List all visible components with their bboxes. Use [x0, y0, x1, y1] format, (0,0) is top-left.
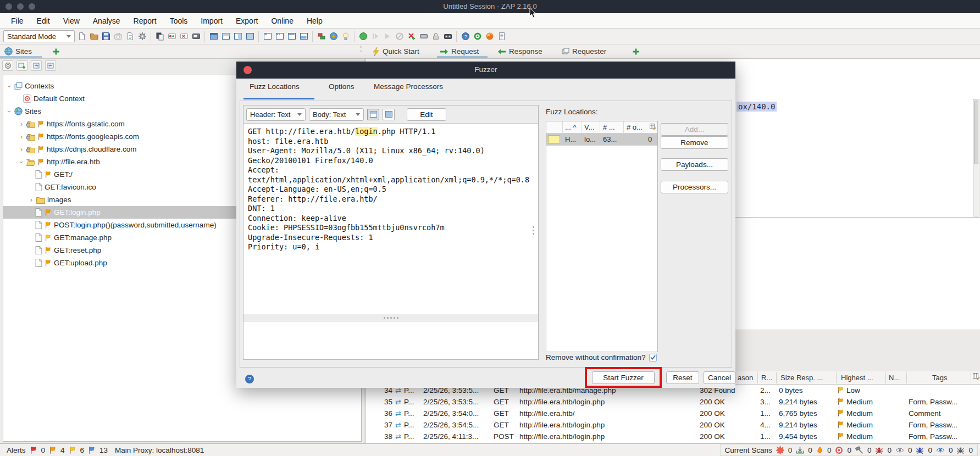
red-flag-icon[interactable] [30, 446, 37, 454]
menu-export[interactable]: Export [230, 15, 263, 27]
open-session-icon[interactable] [88, 31, 99, 42]
attack-hammer-icon[interactable] [855, 446, 863, 454]
checkbox-checked-icon[interactable] [649, 354, 657, 362]
start-fuzzer-button[interactable]: Start Fuzzer [592, 371, 655, 384]
col-tags[interactable]: Tags [932, 374, 947, 382]
tab-response[interactable]: Response [497, 45, 542, 58]
spider-target-icon[interactable] [835, 446, 843, 454]
scrollbar[interactable] [973, 99, 979, 216]
history-row[interactable]: 36⇄P...2/25/26, 3:54:0...GEThttp://file.… [366, 408, 980, 420]
hud-lightbulb-icon[interactable] [340, 31, 351, 42]
record-icon[interactable] [358, 31, 368, 42]
spider-gray-icon[interactable] [956, 446, 965, 454]
tab-options[interactable]: Options [329, 82, 355, 91]
blue-flag-icon[interactable] [88, 446, 96, 454]
dialog-titlebar[interactable]: Fuzzer [236, 62, 735, 79]
target-filter-icon[interactable] [2, 60, 13, 71]
session-properties-icon[interactable] [125, 31, 135, 42]
add-tab-button[interactable] [632, 45, 640, 58]
history-row[interactable]: 37⇄P...2/25/26, 3:54:5...GEThttp://file.… [366, 420, 980, 431]
tab-names-icon[interactable] [262, 31, 273, 42]
layout-split-side-icon[interactable] [232, 31, 243, 42]
step-icon[interactable] [370, 31, 380, 42]
new-session-icon[interactable] [76, 31, 87, 42]
layout-maximized-icon[interactable] [208, 31, 219, 42]
tab-pinned-icon[interactable] [286, 31, 297, 42]
client-eye-icon[interactable] [936, 447, 945, 453]
menu-view[interactable]: View [58, 15, 85, 27]
menu-report[interactable]: Report [128, 15, 162, 27]
fuzz-location-row[interactable]: H... lo... 63... 0 [546, 134, 657, 146]
expander-icon[interactable]: › [5, 109, 13, 114]
mode-select[interactable]: Standard Mode [3, 30, 75, 42]
col-rtt[interactable]: R... [761, 374, 772, 382]
history-row[interactable]: 35⇄P...2/25/26, 3:53:5...GEThttp://file.… [366, 397, 980, 408]
expander-icon[interactable]: › [19, 146, 24, 153]
combined-view-icon[interactable] [383, 109, 395, 120]
export-context-icon[interactable] [45, 60, 56, 71]
breakpoint-add-icon[interactable] [167, 31, 177, 42]
menu-analyse[interactable]: Analyse [87, 15, 126, 27]
breakpoint-remove-icon[interactable] [179, 31, 189, 42]
header-view-select[interactable]: Header: Text [246, 108, 306, 121]
menu-tools[interactable]: Tools [164, 15, 193, 27]
options-gear-icon[interactable] [137, 31, 147, 42]
menu-help[interactable]: Help [301, 15, 328, 27]
request-editor[interactable]: GET http://file.era.htb/login.php HTTP/1… [243, 124, 538, 314]
edit-button[interactable]: Edit [407, 108, 446, 121]
encoder-icon[interactable] [418, 31, 429, 42]
editor-splitter[interactable] [243, 314, 538, 321]
firefox-browser-icon[interactable] [484, 31, 495, 42]
scrollbar-thumb[interactable] [974, 101, 978, 164]
import-tray-icon[interactable] [796, 446, 804, 454]
save-session-icon[interactable] [101, 31, 111, 42]
active-scan-icon[interactable] [776, 446, 784, 454]
notes-icon[interactable] [496, 31, 507, 42]
processors-button[interactable]: Processors... [661, 181, 728, 193]
tab-quick-start[interactable]: Quick Start [373, 45, 419, 58]
reset-button[interactable]: Reset [666, 371, 699, 384]
menu-file[interactable]: File [5, 15, 29, 27]
help-icon[interactable]: ? [245, 375, 254, 383]
request-body-editor[interactable] [243, 321, 538, 359]
split-view-icon[interactable] [367, 109, 379, 120]
tab-requester[interactable]: Requester [562, 45, 606, 58]
col-location[interactable]: ... ^ [565, 123, 577, 131]
col-size[interactable]: Size Resp. ... [780, 374, 823, 382]
new-context-icon[interactable] [16, 60, 27, 71]
import-context-icon[interactable] [31, 60, 42, 71]
col-processors[interactable]: # o... [627, 123, 643, 131]
add-button[interactable]: Add... [661, 123, 728, 136]
tab-icons-icon[interactable] [274, 31, 285, 42]
tab-message-processors[interactable]: Message Processors [374, 82, 443, 91]
break-on-requests-icon[interactable] [191, 31, 201, 42]
copy-paste-icon[interactable] [154, 31, 165, 42]
remove-button[interactable]: Remove [661, 136, 728, 149]
passive-eye-icon[interactable] [895, 447, 904, 453]
col-highest-alert[interactable]: Highest ... [841, 374, 873, 382]
tab-fuzz-locations[interactable]: Fuzz Locations [250, 82, 300, 91]
col-payloads[interactable]: # ... [603, 123, 615, 131]
stop-icon[interactable] [394, 31, 405, 42]
tab-layout-icon[interactable] [298, 31, 309, 42]
snapshot-icon[interactable] [113, 31, 123, 42]
marketplace-icon[interactable] [316, 31, 326, 42]
yellow-flag-icon[interactable] [69, 446, 76, 454]
target-scope-icon[interactable] [472, 31, 483, 42]
cassette-icon[interactable] [442, 31, 453, 42]
expander-icon[interactable]: › [19, 120, 24, 128]
expander-icon[interactable]: › [18, 159, 25, 165]
add-sites-tab-button[interactable] [52, 45, 60, 58]
orange-flag-icon[interactable] [49, 446, 57, 454]
payloads-button[interactable]: Payloads... [661, 158, 728, 171]
layout-full-icon[interactable] [245, 31, 255, 42]
spider-blue-icon[interactable] [916, 446, 924, 454]
fuzzer-icon[interactable] [328, 31, 339, 42]
col-note[interactable]: N... [889, 374, 900, 382]
help-icon[interactable]: ? [460, 31, 470, 42]
cancel-button[interactable]: Cancel [704, 371, 735, 384]
col-value[interactable]: V... [584, 123, 594, 131]
continue-icon[interactable] [382, 31, 392, 42]
drop-message-icon[interactable] [406, 31, 417, 42]
spider-red-icon[interactable] [875, 446, 883, 454]
